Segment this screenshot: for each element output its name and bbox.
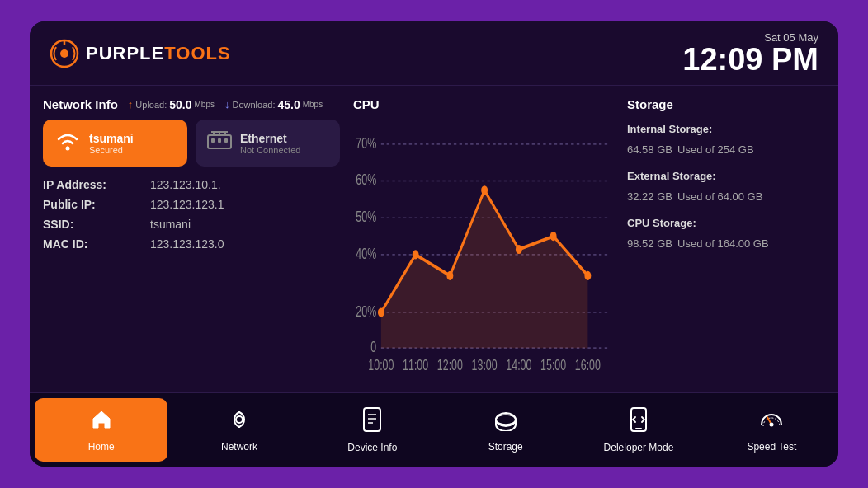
- svg-point-50: [770, 422, 774, 426]
- nav-item-home[interactable]: Home: [35, 398, 167, 462]
- svg-point-35: [481, 185, 488, 195]
- network-info-title: Network Info: [43, 97, 118, 111]
- download-icon: ↓: [224, 98, 230, 110]
- nav-item-network[interactable]: Network: [172, 393, 305, 467]
- svg-rect-6: [218, 138, 221, 143]
- nav-label-storage: Storage: [488, 441, 523, 453]
- svg-point-38: [584, 271, 591, 280]
- ssid-value: tsumani: [150, 218, 191, 231]
- nav-item-device-info[interactable]: Device Info: [306, 393, 439, 467]
- svg-marker-31: [381, 190, 588, 348]
- developer-icon: [629, 407, 649, 438]
- public-ip-label: Public IP:: [43, 198, 150, 211]
- svg-text:50%: 50%: [356, 209, 376, 225]
- svg-text:40%: 40%: [356, 246, 376, 262]
- svg-rect-5: [211, 138, 215, 143]
- internal-storage-item: Internal Storage: 64.58 GB Used of 254 G…: [627, 123, 825, 158]
- clock: 12:09 PM: [682, 44, 818, 75]
- svg-point-37: [550, 232, 557, 241]
- external-storage-label: External Storage:: [627, 170, 825, 182]
- svg-text:13:00: 13:00: [472, 357, 498, 373]
- cpu-storage-item: CPU Storage: 98.52 GB Used of 164.00 GB: [627, 217, 825, 252]
- public-ip-row: Public IP: 123.123.123.1: [43, 198, 340, 211]
- svg-point-44: [496, 415, 516, 425]
- mac-id-label: MAC ID:: [43, 237, 150, 251]
- main-content: Network Info ↑ Upload: 50.0Mbps ↓ Downlo…: [30, 86, 838, 392]
- wifi-icon: [54, 128, 81, 158]
- internal-storage-value: 64.58 GB Used of 254 GB: [627, 137, 825, 158]
- ethernet-info: Ethernet Not Connected: [240, 132, 300, 155]
- ethernet-card[interactable]: Ethernet Not Connected: [196, 120, 340, 167]
- nav-item-storage[interactable]: Storage: [439, 393, 572, 467]
- screen: PURPLETOOLS Sat 05 May 12:09 PM Network …: [30, 21, 838, 467]
- home-icon: [90, 408, 113, 437]
- external-storage-value: 32.22 GB Used of 64.00 GB: [627, 184, 825, 205]
- logo-text: PURPLETOOLS: [86, 43, 231, 64]
- ethernet-name: Ethernet: [240, 132, 300, 145]
- svg-point-39: [236, 416, 243, 423]
- internal-storage-label: Internal Storage:: [627, 123, 825, 135]
- storage-icon: [493, 408, 518, 437]
- nav-label-home: Home: [88, 441, 115, 453]
- ip-address-row: IP Address: 123.123.10.1.: [43, 178, 340, 191]
- storage-panel: Storage Internal Storage: 64.58 GB Used …: [627, 97, 825, 381]
- svg-point-36: [516, 245, 522, 254]
- svg-point-3: [66, 147, 70, 151]
- svg-point-34: [446, 271, 453, 280]
- upload-badge: ↑ Upload: 50.0Mbps: [128, 98, 215, 111]
- cpu-storage-label: CPU Storage:: [627, 217, 825, 229]
- mac-id-row: MAC ID: 123.123.123.0: [43, 237, 340, 251]
- ip-address-label: IP Address:: [43, 178, 150, 191]
- storage-title: Storage: [627, 97, 825, 111]
- download-badge: ↓ Download: 45.0Mbps: [224, 98, 323, 111]
- svg-point-32: [378, 307, 384, 317]
- logo: PURPLETOOLS: [50, 39, 231, 68]
- device-info-icon: [362, 407, 382, 438]
- wifi-status: Secured: [89, 145, 134, 155]
- svg-rect-7: [224, 138, 228, 143]
- nav-item-speed-test[interactable]: Speed Test: [705, 393, 838, 467]
- nav-item-developer[interactable]: Deleloper Mode: [572, 393, 705, 467]
- speed-test-icon: [759, 408, 784, 437]
- wifi-name: tsumani: [89, 132, 134, 145]
- wifi-card[interactable]: tsumani Secured: [43, 120, 187, 167]
- ethernet-icon: [207, 130, 232, 157]
- svg-point-33: [413, 250, 419, 259]
- svg-text:60%: 60%: [356, 171, 376, 188]
- public-ip-value: 123.123.123.1: [150, 198, 224, 211]
- datetime: Sat 05 May 12:09 PM: [682, 31, 818, 75]
- svg-text:11:00: 11:00: [403, 357, 428, 373]
- cpu-chart: 70% 60% 50% 40% 20% 0 10:00 11:00 12:00 …: [353, 118, 614, 381]
- chart-svg: 70% 60% 50% 40% 20% 0 10:00 11:00 12:00 …: [353, 118, 614, 381]
- network-panel: Network Info ↑ Upload: 50.0Mbps ↓ Downlo…: [43, 97, 340, 381]
- nav-label-network: Network: [221, 441, 257, 453]
- ip-address-value: 123.123.10.1.: [150, 178, 221, 191]
- ssid-label: SSID:: [43, 218, 150, 231]
- svg-text:20%: 20%: [356, 303, 376, 320]
- mac-id-value: 123.123.123.0: [150, 237, 224, 251]
- svg-text:10:00: 10:00: [368, 357, 394, 373]
- svg-text:15:00: 15:00: [540, 357, 566, 373]
- cpu-title: CPU: [353, 97, 614, 111]
- network-icon: [228, 408, 251, 437]
- nav-label-device-info: Device Info: [347, 442, 397, 453]
- nav-label-speed-test: Speed Test: [747, 441, 796, 453]
- svg-text:70%: 70%: [356, 135, 376, 152]
- svg-text:16:00: 16:00: [575, 357, 601, 373]
- nav-label-developer: Deleloper Mode: [604, 442, 674, 453]
- network-info-header: Network Info ↑ Upload: 50.0Mbps ↓ Downlo…: [43, 97, 340, 111]
- ssid-row: SSID: tsumani: [43, 218, 340, 231]
- svg-point-1: [60, 49, 68, 58]
- external-storage-item: External Storage: 32.22 GB Used of 64.00…: [627, 170, 825, 205]
- bottom-nav: Home Network: [30, 392, 838, 467]
- svg-text:12:00: 12:00: [437, 357, 463, 373]
- cpu-panel: CPU 70% 60% 50% 40% 20% 0: [340, 97, 627, 381]
- svg-rect-40: [364, 408, 380, 431]
- svg-text:14:00: 14:00: [506, 357, 531, 373]
- svg-text:0: 0: [370, 339, 376, 355]
- ethernet-status: Not Connected: [240, 145, 300, 155]
- network-cards: tsumani Secured: [43, 120, 340, 167]
- upload-icon: ↑: [128, 98, 134, 110]
- network-details: IP Address: 123.123.10.1. Public IP: 123…: [43, 178, 340, 251]
- logo-icon: [50, 39, 79, 68]
